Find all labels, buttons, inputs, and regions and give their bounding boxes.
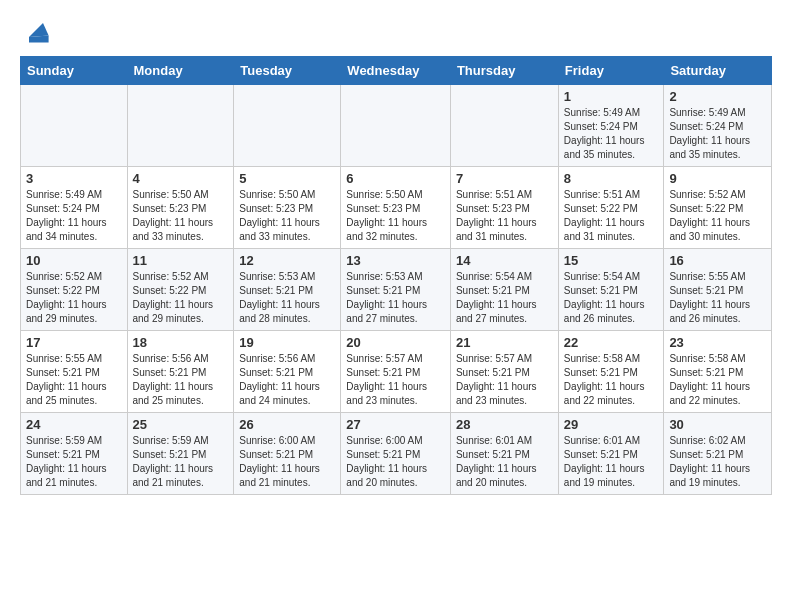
logo-icon: [22, 16, 50, 44]
page: SundayMondayTuesdayWednesdayThursdayFrid…: [0, 0, 792, 511]
day-number: 5: [239, 171, 335, 186]
calendar-day-16: 16Sunrise: 5:55 AMSunset: 5:21 PMDayligh…: [664, 249, 772, 331]
day-number: 22: [564, 335, 659, 350]
day-info: Sunrise: 5:57 AMSunset: 5:21 PMDaylight:…: [346, 352, 445, 408]
day-info: Sunrise: 5:53 AMSunset: 5:21 PMDaylight:…: [346, 270, 445, 326]
day-info: Sunrise: 6:00 AMSunset: 5:21 PMDaylight:…: [239, 434, 335, 490]
day-info: Sunrise: 5:58 AMSunset: 5:21 PMDaylight:…: [564, 352, 659, 408]
header: [20, 16, 772, 48]
day-number: 30: [669, 417, 766, 432]
day-number: 2: [669, 89, 766, 104]
calendar-day-11: 11Sunrise: 5:52 AMSunset: 5:22 PMDayligh…: [127, 249, 234, 331]
calendar-day-21: 21Sunrise: 5:57 AMSunset: 5:21 PMDayligh…: [450, 331, 558, 413]
calendar-day-3: 3Sunrise: 5:49 AMSunset: 5:24 PMDaylight…: [21, 167, 128, 249]
day-info: Sunrise: 5:50 AMSunset: 5:23 PMDaylight:…: [133, 188, 229, 244]
calendar-day-27: 27Sunrise: 6:00 AMSunset: 5:21 PMDayligh…: [341, 413, 451, 495]
calendar-week-row: 1Sunrise: 5:49 AMSunset: 5:24 PMDaylight…: [21, 85, 772, 167]
day-info: Sunrise: 5:52 AMSunset: 5:22 PMDaylight:…: [26, 270, 122, 326]
day-info: Sunrise: 5:51 AMSunset: 5:22 PMDaylight:…: [564, 188, 659, 244]
calendar-day-18: 18Sunrise: 5:56 AMSunset: 5:21 PMDayligh…: [127, 331, 234, 413]
day-number: 4: [133, 171, 229, 186]
calendar-day-19: 19Sunrise: 5:56 AMSunset: 5:21 PMDayligh…: [234, 331, 341, 413]
day-info: Sunrise: 6:00 AMSunset: 5:21 PMDaylight:…: [346, 434, 445, 490]
calendar-day-14: 14Sunrise: 5:54 AMSunset: 5:21 PMDayligh…: [450, 249, 558, 331]
day-info: Sunrise: 5:50 AMSunset: 5:23 PMDaylight:…: [239, 188, 335, 244]
weekday-header-friday: Friday: [558, 57, 664, 85]
day-info: Sunrise: 5:49 AMSunset: 5:24 PMDaylight:…: [564, 106, 659, 162]
day-info: Sunrise: 6:01 AMSunset: 5:21 PMDaylight:…: [456, 434, 553, 490]
day-number: 21: [456, 335, 553, 350]
empty-cell: [450, 85, 558, 167]
calendar: SundayMondayTuesdayWednesdayThursdayFrid…: [20, 56, 772, 495]
calendar-day-28: 28Sunrise: 6:01 AMSunset: 5:21 PMDayligh…: [450, 413, 558, 495]
day-number: 20: [346, 335, 445, 350]
weekday-header-sunday: Sunday: [21, 57, 128, 85]
day-info: Sunrise: 5:54 AMSunset: 5:21 PMDaylight:…: [564, 270, 659, 326]
day-number: 12: [239, 253, 335, 268]
svg-marker-0: [29, 23, 49, 37]
day-number: 6: [346, 171, 445, 186]
day-number: 25: [133, 417, 229, 432]
day-number: 9: [669, 171, 766, 186]
weekday-header-wednesday: Wednesday: [341, 57, 451, 85]
weekday-header-monday: Monday: [127, 57, 234, 85]
day-info: Sunrise: 5:52 AMSunset: 5:22 PMDaylight:…: [669, 188, 766, 244]
day-info: Sunrise: 5:55 AMSunset: 5:21 PMDaylight:…: [26, 352, 122, 408]
calendar-week-row: 17Sunrise: 5:55 AMSunset: 5:21 PMDayligh…: [21, 331, 772, 413]
empty-cell: [341, 85, 451, 167]
calendar-day-17: 17Sunrise: 5:55 AMSunset: 5:21 PMDayligh…: [21, 331, 128, 413]
day-info: Sunrise: 5:54 AMSunset: 5:21 PMDaylight:…: [456, 270, 553, 326]
weekday-header-tuesday: Tuesday: [234, 57, 341, 85]
calendar-day-24: 24Sunrise: 5:59 AMSunset: 5:21 PMDayligh…: [21, 413, 128, 495]
calendar-day-20: 20Sunrise: 5:57 AMSunset: 5:21 PMDayligh…: [341, 331, 451, 413]
day-number: 7: [456, 171, 553, 186]
day-number: 16: [669, 253, 766, 268]
calendar-day-15: 15Sunrise: 5:54 AMSunset: 5:21 PMDayligh…: [558, 249, 664, 331]
day-info: Sunrise: 5:57 AMSunset: 5:21 PMDaylight:…: [456, 352, 553, 408]
day-number: 1: [564, 89, 659, 104]
day-info: Sunrise: 5:55 AMSunset: 5:21 PMDaylight:…: [669, 270, 766, 326]
day-number: 15: [564, 253, 659, 268]
day-number: 3: [26, 171, 122, 186]
calendar-day-1: 1Sunrise: 5:49 AMSunset: 5:24 PMDaylight…: [558, 85, 664, 167]
calendar-day-10: 10Sunrise: 5:52 AMSunset: 5:22 PMDayligh…: [21, 249, 128, 331]
day-number: 11: [133, 253, 229, 268]
day-info: Sunrise: 6:02 AMSunset: 5:21 PMDaylight:…: [669, 434, 766, 490]
day-info: Sunrise: 5:51 AMSunset: 5:23 PMDaylight:…: [456, 188, 553, 244]
day-number: 17: [26, 335, 122, 350]
calendar-day-30: 30Sunrise: 6:02 AMSunset: 5:21 PMDayligh…: [664, 413, 772, 495]
calendar-day-29: 29Sunrise: 6:01 AMSunset: 5:21 PMDayligh…: [558, 413, 664, 495]
day-info: Sunrise: 5:56 AMSunset: 5:21 PMDaylight:…: [239, 352, 335, 408]
day-number: 8: [564, 171, 659, 186]
day-number: 18: [133, 335, 229, 350]
day-info: Sunrise: 5:50 AMSunset: 5:23 PMDaylight:…: [346, 188, 445, 244]
day-number: 14: [456, 253, 553, 268]
calendar-day-22: 22Sunrise: 5:58 AMSunset: 5:21 PMDayligh…: [558, 331, 664, 413]
day-number: 10: [26, 253, 122, 268]
calendar-day-5: 5Sunrise: 5:50 AMSunset: 5:23 PMDaylight…: [234, 167, 341, 249]
calendar-day-2: 2Sunrise: 5:49 AMSunset: 5:24 PMDaylight…: [664, 85, 772, 167]
calendar-week-row: 24Sunrise: 5:59 AMSunset: 5:21 PMDayligh…: [21, 413, 772, 495]
weekday-header-row: SundayMondayTuesdayWednesdayThursdayFrid…: [21, 57, 772, 85]
calendar-day-12: 12Sunrise: 5:53 AMSunset: 5:21 PMDayligh…: [234, 249, 341, 331]
calendar-day-8: 8Sunrise: 5:51 AMSunset: 5:22 PMDaylight…: [558, 167, 664, 249]
day-number: 13: [346, 253, 445, 268]
day-number: 26: [239, 417, 335, 432]
day-number: 29: [564, 417, 659, 432]
calendar-day-26: 26Sunrise: 6:00 AMSunset: 5:21 PMDayligh…: [234, 413, 341, 495]
day-info: Sunrise: 6:01 AMSunset: 5:21 PMDaylight:…: [564, 434, 659, 490]
day-number: 19: [239, 335, 335, 350]
calendar-day-25: 25Sunrise: 5:59 AMSunset: 5:21 PMDayligh…: [127, 413, 234, 495]
calendar-day-6: 6Sunrise: 5:50 AMSunset: 5:23 PMDaylight…: [341, 167, 451, 249]
empty-cell: [234, 85, 341, 167]
calendar-day-4: 4Sunrise: 5:50 AMSunset: 5:23 PMDaylight…: [127, 167, 234, 249]
day-number: 23: [669, 335, 766, 350]
day-number: 27: [346, 417, 445, 432]
calendar-day-13: 13Sunrise: 5:53 AMSunset: 5:21 PMDayligh…: [341, 249, 451, 331]
empty-cell: [127, 85, 234, 167]
calendar-week-row: 3Sunrise: 5:49 AMSunset: 5:24 PMDaylight…: [21, 167, 772, 249]
empty-cell: [21, 85, 128, 167]
logo: [20, 16, 54, 48]
calendar-day-7: 7Sunrise: 5:51 AMSunset: 5:23 PMDaylight…: [450, 167, 558, 249]
day-info: Sunrise: 5:56 AMSunset: 5:21 PMDaylight:…: [133, 352, 229, 408]
